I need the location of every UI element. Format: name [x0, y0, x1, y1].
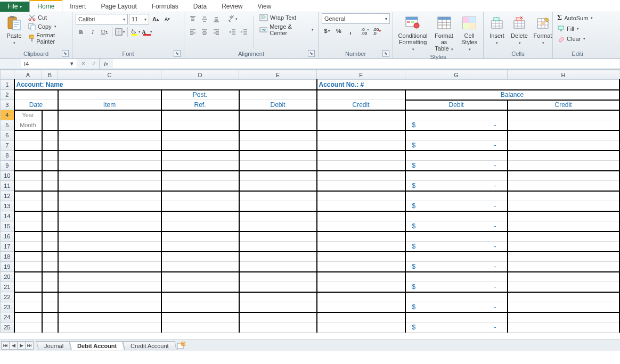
cell[interactable]	[508, 191, 619, 201]
align-middle-button[interactable]	[199, 14, 210, 24]
tab-pagelayout[interactable]: Page Layout	[93, 1, 144, 12]
copy-button[interactable]: Copy ▾	[27, 22, 69, 31]
cell[interactable]	[317, 171, 405, 181]
cell[interactable]	[508, 252, 619, 262]
cell[interactable]	[508, 161, 619, 171]
cell[interactable]	[42, 120, 58, 130]
cell[interactable]	[161, 302, 239, 312]
sheet-tab-credit-account[interactable]: Credit Account	[123, 341, 176, 350]
cell[interactable]	[14, 302, 42, 312]
cell[interactable]: $	[405, 221, 508, 231]
cell[interactable]	[239, 252, 317, 262]
col-header[interactable]: C	[58, 70, 161, 80]
row-header[interactable]: 7	[1, 140, 14, 151]
italic-button[interactable]: I	[87, 27, 98, 37]
delete-cells-button[interactable]: Delete▾	[509, 13, 529, 49]
cell[interactable]	[161, 231, 239, 242]
cell[interactable]: Month	[14, 120, 42, 130]
cell[interactable]	[508, 292, 619, 302]
format-painter-button[interactable]: Format Painter	[27, 31, 69, 45]
row-header[interactable]: 1	[1, 80, 14, 90]
cell[interactable]	[58, 151, 161, 161]
cell[interactable]	[14, 151, 42, 161]
cell[interactable]	[317, 191, 405, 201]
cell[interactable]	[58, 191, 161, 201]
dialog-launcher-icon[interactable]: ⬊	[174, 50, 181, 57]
worksheet-grid[interactable]: A B C D E F G H 1 Account: Name Account …	[0, 69, 620, 351]
cell[interactable]	[14, 130, 42, 140]
cell[interactable]	[58, 90, 161, 100]
cell[interactable]	[14, 231, 42, 242]
cell[interactable]	[508, 120, 619, 130]
cell[interactable]	[239, 171, 317, 181]
cell[interactable]	[239, 151, 317, 161]
cell[interactable]	[239, 201, 317, 211]
orientation-button[interactable]: ab▾	[227, 14, 238, 24]
enter-formula-button[interactable]: ✓	[88, 60, 99, 67]
cell[interactable]: Ref.	[161, 100, 239, 110]
cell[interactable]	[161, 221, 239, 231]
align-center-button[interactable]	[199, 27, 210, 37]
cell[interactable]	[508, 130, 619, 140]
row-header[interactable]: 20	[1, 272, 14, 282]
cell[interactable]	[161, 252, 239, 262]
cell[interactable]	[405, 151, 508, 161]
col-header[interactable]: D	[161, 70, 239, 80]
cell[interactable]	[161, 151, 239, 161]
cell[interactable]	[42, 161, 58, 171]
align-left-button[interactable]	[187, 27, 198, 37]
dialog-launcher-icon[interactable]: ⬊	[62, 50, 69, 57]
cell[interactable]	[14, 191, 42, 201]
cell[interactable]	[317, 130, 405, 140]
cell[interactable]	[42, 211, 58, 221]
cell[interactable]: Credit	[508, 100, 619, 110]
cell[interactable]	[405, 110, 508, 120]
number-format-select[interactable]: General▾	[322, 13, 390, 24]
cell[interactable]	[317, 231, 405, 242]
cell[interactable]	[58, 110, 161, 120]
cell[interactable]: $	[405, 181, 508, 191]
row-header[interactable]: 23	[1, 302, 14, 312]
cell[interactable]	[42, 201, 58, 211]
cell[interactable]	[239, 140, 317, 151]
cell[interactable]	[58, 282, 161, 292]
cell[interactable]	[58, 262, 161, 272]
cell[interactable]	[239, 312, 317, 322]
row-header[interactable]: 14	[1, 211, 14, 221]
cell[interactable]	[317, 110, 405, 120]
cell[interactable]	[14, 282, 42, 292]
cell[interactable]	[161, 161, 239, 171]
cell[interactable]	[58, 181, 161, 191]
cell[interactable]	[42, 272, 58, 282]
cell[interactable]	[508, 181, 619, 191]
percent-format-button[interactable]: %	[333, 26, 344, 36]
increase-indent-button[interactable]	[239, 27, 249, 37]
cell[interactable]	[161, 211, 239, 221]
sheet-nav-first-button[interactable]: ⏮	[1, 341, 10, 350]
cell[interactable]	[42, 312, 58, 322]
cancel-formula-button[interactable]: ✕	[78, 60, 88, 67]
cell[interactable]	[239, 211, 317, 221]
dialog-launcher-icon[interactable]: ⬊	[308, 50, 315, 57]
cell[interactable]	[508, 171, 619, 181]
cell[interactable]: Debit	[239, 100, 317, 110]
row-header[interactable]: 12	[1, 191, 14, 201]
cell[interactable]	[14, 292, 42, 302]
cell[interactable]: $	[405, 262, 508, 272]
cell[interactable]	[239, 272, 317, 282]
cell[interactable]	[239, 120, 317, 130]
cell[interactable]	[508, 242, 619, 252]
cell[interactable]	[317, 252, 405, 262]
cell[interactable]	[405, 312, 508, 322]
cell[interactable]	[58, 292, 161, 302]
accounting-format-button[interactable]: $▾	[322, 26, 332, 36]
cell[interactable]	[508, 231, 619, 242]
cell[interactable]	[161, 181, 239, 191]
align-bottom-button[interactable]	[211, 14, 222, 24]
wrap-text-button[interactable]: Wrap Text	[258, 13, 315, 22]
row-header[interactable]: 15	[1, 221, 14, 231]
cell[interactable]	[42, 231, 58, 242]
cell[interactable]	[239, 181, 317, 191]
cell[interactable]	[58, 322, 161, 333]
dialog-launcher-icon[interactable]: ⬊	[382, 50, 389, 57]
